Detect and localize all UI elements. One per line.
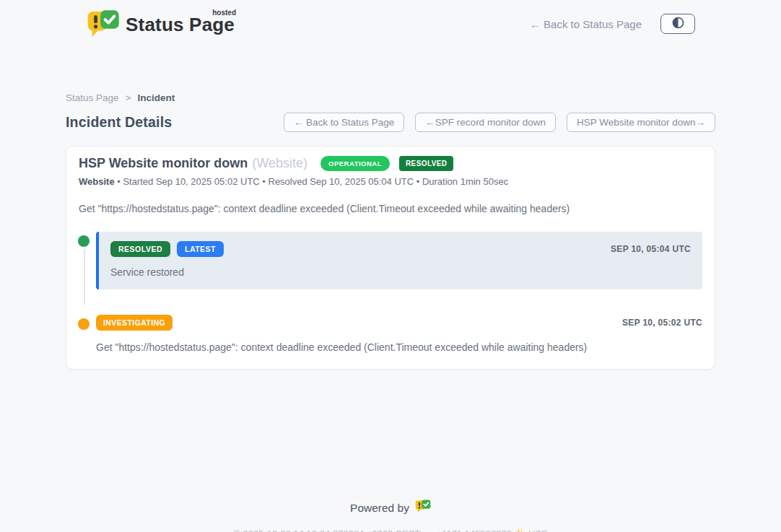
- incident-nav-buttons: ← Back to Status Page ←SPF record monito…: [284, 113, 715, 132]
- page-title: Incident Details: [66, 114, 172, 131]
- copyright-text: © 2025-10-08 14:10:34.772084 +0200 CEST …: [0, 528, 781, 532]
- timeline-resolved-box: RESOLVED LATEST SEP 10, 05:04 UTC Servic…: [96, 232, 702, 289]
- footer: Powered by © 2025-10-08 14:10:34.772084 …: [0, 500, 781, 532]
- incident-description: Get "https://hostedstatus.page": context…: [79, 203, 702, 214]
- timeline-resolved-badge: RESOLVED: [110, 241, 170, 257]
- statuspage-logo-icon: [87, 9, 120, 38]
- timeline-entry-investigating: INVESTIGATING SEP 10, 05:02 UTC Get "htt…: [79, 315, 702, 353]
- timeline-resolved-message: Service restored: [110, 266, 691, 278]
- breadcrumb: Status Page > Incident: [66, 92, 715, 103]
- timeline-dot-resolved-icon: [78, 235, 90, 247]
- breadcrumb-separator: >: [126, 92, 131, 103]
- incident-scope: (Website): [252, 156, 307, 171]
- header: Status Page hosted ← Back to Status Page: [66, 0, 715, 38]
- copyright-brand: HSP: [525, 528, 547, 532]
- incident-meta-times: • Started Sep 10, 2025 05:02 UTC • Resol…: [115, 176, 509, 187]
- powered-by[interactable]: Powered by: [350, 500, 431, 516]
- resolved-status-badge: RESOLVED: [399, 156, 453, 171]
- timeline-investigating-timestamp: SEP 10, 05:02 UTC: [622, 318, 702, 328]
- prev-incident-button[interactable]: ←SPF record monitor down: [415, 113, 556, 132]
- app-logo[interactable]: Status Page hosted: [87, 9, 235, 38]
- brand-hosted-label: hosted: [212, 9, 236, 17]
- half-circle-contrast-icon: [671, 16, 685, 32]
- timeline-investigating-badge: INVESTIGATING: [96, 315, 173, 331]
- breadcrumb-status-page[interactable]: Status Page: [66, 92, 119, 103]
- operational-status-badge: OPERATIONAL: [320, 156, 390, 171]
- back-to-status-page-button[interactable]: ← Back to Status Page: [284, 113, 405, 132]
- timeline-investigating-message: Get "https://hostedstatus.page": context…: [96, 341, 702, 353]
- main-content: Status Page > Incident Incident Details …: [66, 92, 715, 370]
- brand-name: Status Page: [126, 14, 235, 35]
- sparkle-icon: ✨: [514, 528, 525, 532]
- timeline-entry-resolved: RESOLVED LATEST SEP 10, 05:04 UTC Servic…: [79, 232, 702, 289]
- next-incident-button[interactable]: HSP Website monitor down→: [567, 113, 715, 132]
- incident-meta: Website • Started Sep 10, 2025 05:02 UTC…: [79, 176, 702, 187]
- header-back-to-status-page-link[interactable]: ← Back to Status Page: [530, 18, 642, 30]
- timeline-resolved-timestamp: SEP 10, 05:04 UTC: [611, 244, 691, 254]
- incident-title: HSP Website monitor down: [79, 156, 248, 171]
- statuspage-mini-logo-icon: [415, 500, 431, 516]
- incident-card: HSP Website monitor down (Website) OPERA…: [66, 146, 715, 370]
- copyright-timestamp: © 2025-10-08 14:10:34.772084 +0200 CEST …: [233, 528, 514, 532]
- timeline-dot-investigating-icon: [78, 318, 90, 330]
- timeline-latest-badge: LATEST: [177, 241, 224, 257]
- incident-timeline: RESOLVED LATEST SEP 10, 05:04 UTC Servic…: [79, 232, 702, 353]
- theme-toggle-button[interactable]: [660, 14, 695, 34]
- incident-component: Website: [79, 176, 115, 187]
- powered-by-label: Powered by: [350, 502, 409, 515]
- breadcrumb-incident: Incident: [137, 92, 175, 103]
